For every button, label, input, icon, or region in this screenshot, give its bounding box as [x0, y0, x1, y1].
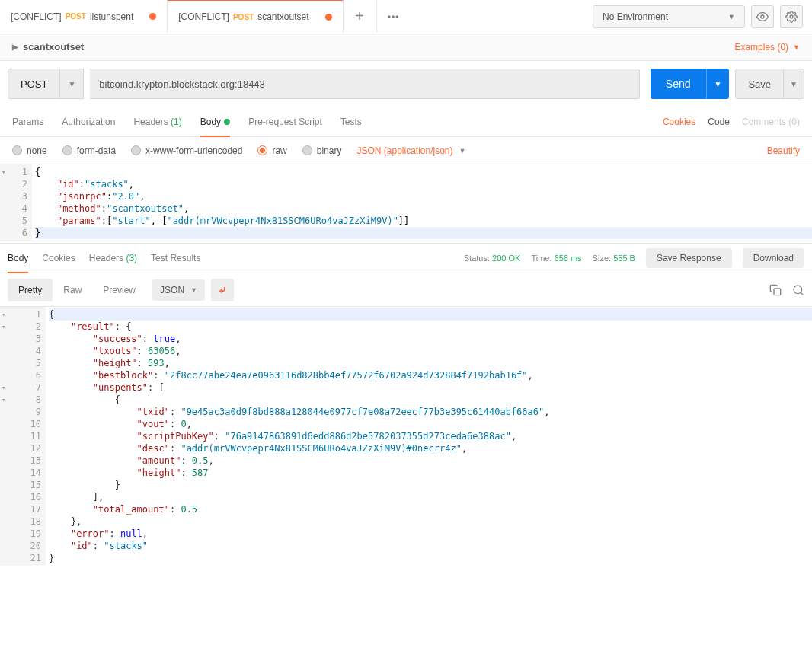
- response-body-editor[interactable]: ▾1▾23456▾7▾89101112131415161718192021 { …: [0, 307, 812, 566]
- svg-point-1: [790, 15, 793, 18]
- chevron-down-icon: ▼: [459, 147, 466, 155]
- chevron-down-icon: ▼: [706, 69, 730, 99]
- copy-icon[interactable]: [769, 284, 782, 296]
- url-input[interactable]: [90, 69, 640, 99]
- code-content: { "result": { "success": true, "txouts":…: [46, 307, 812, 566]
- unsaved-dot-icon: [325, 14, 332, 21]
- wrap-icon: ⤶: [218, 284, 227, 296]
- method-label: POST: [8, 78, 59, 90]
- tab-body[interactable]: Body: [200, 107, 230, 136]
- chevron-down-icon: ▼: [728, 13, 735, 21]
- svg-point-3: [794, 286, 802, 294]
- chevron-down-icon: ▼: [783, 69, 804, 98]
- body-indicator-icon: [224, 119, 230, 125]
- size-label: Size: 555 B: [593, 254, 635, 263]
- settings-button[interactable]: [780, 5, 803, 28]
- tab-prerequest[interactable]: Pre-request Script: [248, 107, 322, 136]
- line-gutter: ▾1▾23456▾7▾89101112131415161718192021: [0, 307, 46, 566]
- download-button[interactable]: Download: [743, 248, 804, 268]
- new-tab-button[interactable]: +: [344, 0, 377, 33]
- resp-tab-tests[interactable]: Test Results: [151, 244, 200, 273]
- more-tabs-button[interactable]: •••: [377, 0, 411, 33]
- resp-tab-body[interactable]: Body: [8, 244, 28, 273]
- environment-quicklook-button[interactable]: [751, 5, 774, 28]
- method-selector[interactable]: POST ▼: [8, 69, 84, 99]
- response-format-selector[interactable]: JSON ▼: [152, 279, 205, 301]
- code-content: { "id":"stacks", "jsonrpc":"2.0", "metho…: [32, 164, 812, 241]
- svg-rect-2: [774, 289, 781, 295]
- save-response-button[interactable]: Save Response: [646, 248, 732, 268]
- body-none-radio[interactable]: none: [12, 145, 47, 156]
- view-pretty-button[interactable]: Pretty: [8, 279, 53, 301]
- chevron-down-icon: ▼: [190, 286, 197, 294]
- environment-label: No Environment: [603, 11, 668, 22]
- environment-selector[interactable]: No Environment ▼: [593, 5, 745, 28]
- request-name: scantxoutset: [23, 41, 84, 53]
- body-binary-radio[interactable]: binary: [302, 145, 342, 156]
- request-body-editor[interactable]: ▾123456 { "id":"stacks", "jsonrpc":"2.0"…: [0, 164, 812, 241]
- view-preview-button[interactable]: Preview: [92, 279, 146, 301]
- line-wrap-button[interactable]: ⤶: [211, 279, 234, 301]
- comments-link[interactable]: Comments (0): [742, 116, 800, 127]
- unsaved-dot-icon: [149, 13, 156, 20]
- tab-method-badge: POST: [66, 12, 86, 21]
- examples-dropdown[interactable]: Examples (0) ▼: [734, 42, 800, 53]
- body-type-selector[interactable]: JSON (application/json) ▼: [356, 145, 465, 156]
- tab-method-badge: POST: [233, 13, 254, 21]
- body-urlencoded-radio[interactable]: x-www-form-urlencoded: [131, 145, 242, 156]
- tab-headers[interactable]: Headers (1): [133, 107, 181, 136]
- tab-listunspent[interactable]: [CONFLICT] POST listunspent: [0, 0, 168, 33]
- resp-tab-headers[interactable]: Headers (3): [89, 244, 137, 273]
- beautify-button[interactable]: Beautify: [767, 145, 800, 156]
- resp-tab-cookies[interactable]: Cookies: [42, 244, 75, 273]
- code-link[interactable]: Code: [708, 116, 730, 127]
- line-gutter: ▾123456: [0, 164, 32, 241]
- tab-params[interactable]: Params: [12, 107, 43, 136]
- send-button[interactable]: Send ▼: [651, 69, 730, 99]
- cookies-link[interactable]: Cookies: [663, 116, 695, 127]
- gear-icon: [785, 11, 798, 23]
- save-button[interactable]: Save ▼: [735, 69, 804, 99]
- tab-prefix: [CONFLICT]: [178, 11, 229, 22]
- body-formdata-radio[interactable]: form-data: [62, 145, 116, 156]
- tab-title: listunspent: [90, 11, 133, 22]
- chevron-down-icon: ▼: [793, 43, 800, 51]
- tab-scantxoutset[interactable]: [CONFLICT] POST scantxoutset: [168, 0, 343, 33]
- tab-prefix: [CONFLICT]: [11, 11, 62, 22]
- body-raw-radio[interactable]: raw: [257, 145, 286, 156]
- svg-line-4: [801, 292, 803, 295]
- tab-authorization[interactable]: Authorization: [62, 107, 115, 136]
- view-raw-button[interactable]: Raw: [53, 279, 92, 301]
- tab-tests[interactable]: Tests: [340, 107, 362, 136]
- time-label: Time: 656 ms: [531, 254, 581, 263]
- search-icon[interactable]: [792, 284, 804, 296]
- eye-icon: [756, 11, 769, 23]
- status-label: Status: 200 OK: [464, 254, 521, 263]
- tab-title: scantxoutset: [257, 11, 308, 22]
- svg-point-0: [761, 15, 764, 18]
- chevron-right-icon: ▶: [12, 43, 18, 51]
- chevron-down-icon: ▼: [59, 69, 83, 98]
